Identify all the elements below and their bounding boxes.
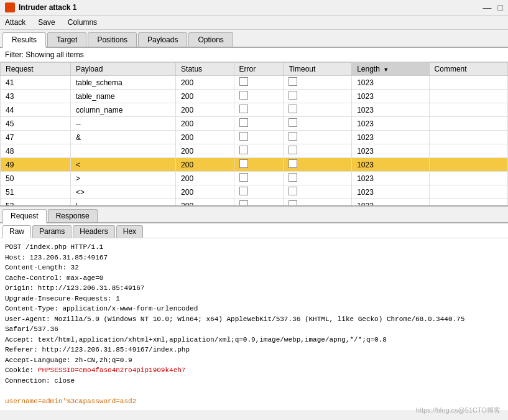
table-row[interactable]: 41table_schema2001023: [1, 76, 508, 90]
watermark: https://blog.cs@51CTO博客: [416, 406, 501, 410]
filter-bar: Filter: Showing all items: [0, 48, 508, 62]
timeout-checkbox[interactable]: [289, 118, 297, 127]
results-table: Request Payload Status Error Timeout Len…: [0, 62, 508, 205]
title-bar-controls[interactable]: — □: [483, 2, 503, 12]
filter-text: Showing all items: [25, 50, 83, 59]
col-payload[interactable]: Payload: [70, 63, 175, 76]
main-tabs: Results Target Positions Payloads Option…: [0, 30, 508, 48]
menu-attack[interactable]: Attack: [2, 17, 28, 28]
table-row[interactable]: 51<>2001023: [1, 185, 508, 199]
tab-payloads[interactable]: Payloads: [138, 32, 187, 47]
error-checkbox[interactable]: [239, 173, 248, 182]
request-body: POST /index.php HTTP/1.1 Host: 123.206.3…: [0, 238, 508, 410]
sort-arrow: ▼: [383, 67, 389, 73]
tab-options[interactable]: Options: [188, 32, 233, 47]
error-checkbox[interactable]: [239, 159, 248, 168]
tab-positions[interactable]: Positions: [88, 32, 137, 47]
subtab-headers[interactable]: Headers: [73, 225, 114, 238]
title-bar-left: Intruder attack 1: [5, 2, 76, 12]
tab-response[interactable]: Response: [48, 209, 98, 222]
col-error[interactable]: Error: [234, 63, 284, 76]
error-checkbox[interactable]: [239, 200, 248, 205]
table-row[interactable]: 47&2001023: [1, 131, 508, 144]
subtab-raw[interactable]: Raw: [2, 225, 31, 238]
minimize-button[interactable]: —: [483, 2, 492, 12]
inner-tabs: Request Response: [0, 207, 508, 223]
error-checkbox[interactable]: [239, 77, 248, 86]
error-checkbox[interactable]: [239, 132, 248, 141]
menu-bar: Attack Save Columns: [0, 16, 508, 30]
error-checkbox[interactable]: [239, 91, 248, 100]
timeout-checkbox[interactable]: [289, 77, 297, 86]
tab-results[interactable]: Results: [2, 32, 46, 48]
table-row[interactable]: 43table_name2001023: [1, 90, 508, 103]
table-row[interactable]: 49<2001023: [1, 158, 508, 172]
app-icon: [5, 2, 15, 12]
table-row[interactable]: 50>2001023: [1, 172, 508, 185]
menu-save[interactable]: Save: [35, 17, 57, 28]
timeout-checkbox[interactable]: [289, 200, 297, 205]
tab-request[interactable]: Request: [2, 209, 47, 223]
col-comment[interactable]: Comment: [429, 63, 507, 76]
error-checkbox[interactable]: [239, 118, 248, 127]
error-checkbox[interactable]: [239, 105, 248, 113]
timeout-checkbox[interactable]: [289, 187, 297, 195]
col-request[interactable]: Request: [1, 63, 71, 76]
col-timeout[interactable]: Timeout: [284, 63, 352, 76]
sub-tabs: Raw Params Headers Hex: [0, 223, 508, 238]
timeout-checkbox[interactable]: [289, 159, 297, 168]
table-row[interactable]: 482001023: [1, 144, 508, 158]
timeout-checkbox[interactable]: [289, 91, 297, 100]
subtab-hex[interactable]: Hex: [116, 225, 143, 238]
col-length[interactable]: Length ▼: [352, 63, 429, 76]
subtab-params[interactable]: Params: [32, 225, 72, 238]
results-table-wrapper: Request Payload Status Error Timeout Len…: [0, 62, 508, 205]
timeout-checkbox[interactable]: [289, 173, 297, 182]
table-row[interactable]: 45--2001023: [1, 117, 508, 131]
menu-columns[interactable]: Columns: [65, 17, 99, 28]
maximize-button[interactable]: □: [498, 2, 503, 12]
table-row[interactable]: 52|2001023: [1, 199, 508, 206]
col-status[interactable]: Status: [176, 63, 234, 76]
timeout-checkbox[interactable]: [289, 105, 297, 113]
tab-target[interactable]: Target: [47, 32, 86, 47]
filter-label: Filter:: [5, 50, 24, 59]
bottom-panels: Request Response Raw Params Headers Hex …: [0, 205, 508, 410]
table-row[interactable]: 44column_name2001023: [1, 103, 508, 117]
error-checkbox[interactable]: [239, 187, 248, 195]
error-checkbox[interactable]: [239, 146, 248, 154]
timeout-checkbox[interactable]: [289, 132, 297, 141]
title-bar: Intruder attack 1 — □: [0, 0, 508, 16]
window-title: Intruder attack 1: [19, 3, 76, 12]
timeout-checkbox[interactable]: [289, 146, 297, 154]
